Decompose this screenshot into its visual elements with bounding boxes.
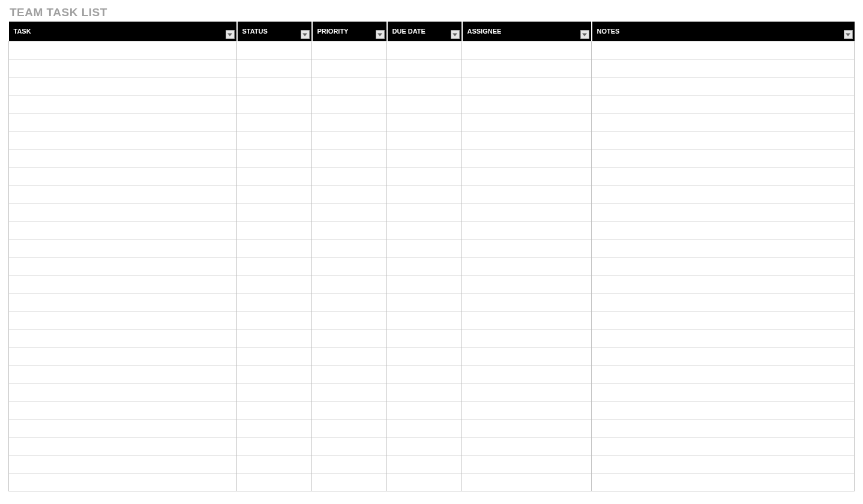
cell-task[interactable] <box>9 365 237 383</box>
cell-assignee[interactable] <box>462 383 592 401</box>
cell-task[interactable] <box>9 329 237 347</box>
cell-assignee[interactable] <box>462 239 592 257</box>
cell-assignee[interactable] <box>462 311 592 329</box>
cell-task[interactable] <box>9 149 237 167</box>
cell-notes[interactable] <box>592 113 855 131</box>
cell-assignee[interactable] <box>462 329 592 347</box>
cell-priority[interactable] <box>312 221 387 239</box>
cell-duedate[interactable] <box>387 311 462 329</box>
cell-duedate[interactable] <box>387 401 462 419</box>
cell-assignee[interactable] <box>462 113 592 131</box>
cell-priority[interactable] <box>312 131 387 149</box>
cell-task[interactable] <box>9 437 237 455</box>
cell-duedate[interactable] <box>387 95 462 113</box>
cell-notes[interactable] <box>592 365 855 383</box>
cell-task[interactable] <box>9 473 237 491</box>
cell-status[interactable] <box>237 401 312 419</box>
cell-task[interactable] <box>9 275 237 293</box>
cell-status[interactable] <box>237 59 312 77</box>
cell-assignee[interactable] <box>462 473 592 491</box>
cell-assignee[interactable] <box>462 347 592 365</box>
cell-priority[interactable] <box>312 167 387 185</box>
cell-assignee[interactable] <box>462 77 592 95</box>
cell-status[interactable] <box>237 131 312 149</box>
cell-task[interactable] <box>9 203 237 221</box>
cell-notes[interactable] <box>592 77 855 95</box>
cell-status[interactable] <box>237 239 312 257</box>
cell-notes[interactable] <box>592 455 855 473</box>
cell-status[interactable] <box>237 311 312 329</box>
cell-status[interactable] <box>237 383 312 401</box>
cell-duedate[interactable] <box>387 131 462 149</box>
cell-status[interactable] <box>237 275 312 293</box>
cell-task[interactable] <box>9 95 237 113</box>
cell-notes[interactable] <box>592 131 855 149</box>
cell-duedate[interactable] <box>387 41 462 59</box>
cell-priority[interactable] <box>312 149 387 167</box>
cell-assignee[interactable] <box>462 221 592 239</box>
cell-status[interactable] <box>237 347 312 365</box>
cell-priority[interactable] <box>312 113 387 131</box>
cell-assignee[interactable] <box>462 401 592 419</box>
cell-priority[interactable] <box>312 59 387 77</box>
cell-assignee[interactable] <box>462 203 592 221</box>
cell-task[interactable] <box>9 113 237 131</box>
cell-duedate[interactable] <box>387 221 462 239</box>
cell-task[interactable] <box>9 293 237 311</box>
filter-button-status[interactable] <box>301 30 310 39</box>
cell-notes[interactable] <box>592 275 855 293</box>
filter-button-duedate[interactable] <box>451 30 460 39</box>
cell-duedate[interactable] <box>387 185 462 203</box>
cell-assignee[interactable] <box>462 59 592 77</box>
cell-notes[interactable] <box>592 293 855 311</box>
cell-priority[interactable] <box>312 275 387 293</box>
cell-duedate[interactable] <box>387 167 462 185</box>
cell-duedate[interactable] <box>387 293 462 311</box>
filter-button-priority[interactable] <box>376 30 385 39</box>
cell-status[interactable] <box>237 41 312 59</box>
cell-status[interactable] <box>237 185 312 203</box>
cell-duedate[interactable] <box>387 329 462 347</box>
cell-notes[interactable] <box>592 329 855 347</box>
cell-status[interactable] <box>237 113 312 131</box>
cell-duedate[interactable] <box>387 365 462 383</box>
cell-task[interactable] <box>9 185 237 203</box>
cell-assignee[interactable] <box>462 257 592 275</box>
cell-duedate[interactable] <box>387 275 462 293</box>
cell-notes[interactable] <box>592 437 855 455</box>
cell-priority[interactable] <box>312 185 387 203</box>
cell-duedate[interactable] <box>387 347 462 365</box>
cell-task[interactable] <box>9 77 237 95</box>
cell-duedate[interactable] <box>387 113 462 131</box>
cell-duedate[interactable] <box>387 77 462 95</box>
cell-duedate[interactable] <box>387 419 462 437</box>
cell-duedate[interactable] <box>387 383 462 401</box>
cell-notes[interactable] <box>592 185 855 203</box>
cell-assignee[interactable] <box>462 131 592 149</box>
cell-notes[interactable] <box>592 311 855 329</box>
cell-assignee[interactable] <box>462 419 592 437</box>
cell-task[interactable] <box>9 419 237 437</box>
cell-task[interactable] <box>9 131 237 149</box>
cell-status[interactable] <box>237 77 312 95</box>
cell-priority[interactable] <box>312 365 387 383</box>
cell-status[interactable] <box>237 365 312 383</box>
cell-status[interactable] <box>237 167 312 185</box>
cell-priority[interactable] <box>312 239 387 257</box>
cell-notes[interactable] <box>592 383 855 401</box>
cell-priority[interactable] <box>312 95 387 113</box>
cell-status[interactable] <box>237 221 312 239</box>
cell-assignee[interactable] <box>462 455 592 473</box>
cell-task[interactable] <box>9 383 237 401</box>
cell-assignee[interactable] <box>462 185 592 203</box>
cell-task[interactable] <box>9 311 237 329</box>
cell-priority[interactable] <box>312 383 387 401</box>
cell-priority[interactable] <box>312 203 387 221</box>
cell-priority[interactable] <box>312 257 387 275</box>
cell-notes[interactable] <box>592 167 855 185</box>
cell-priority[interactable] <box>312 473 387 491</box>
cell-priority[interactable] <box>312 401 387 419</box>
cell-status[interactable] <box>237 95 312 113</box>
cell-status[interactable] <box>237 419 312 437</box>
cell-notes[interactable] <box>592 59 855 77</box>
